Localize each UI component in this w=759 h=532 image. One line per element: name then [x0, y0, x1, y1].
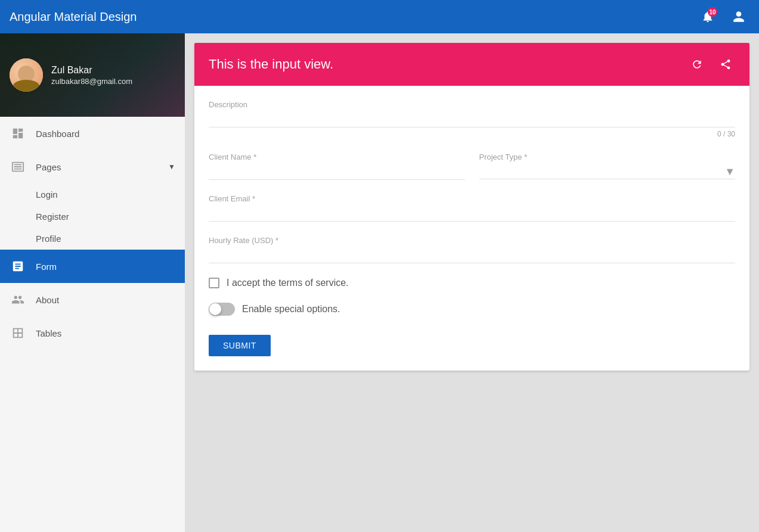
- app-title: Angular Material Design: [10, 10, 697, 24]
- dashboard-icon: [10, 125, 26, 142]
- project-type-wrapper: ▼: [479, 164, 736, 179]
- submit-button[interactable]: SUBMIT: [209, 335, 271, 356]
- client-name-label: Client Name *: [209, 153, 465, 161]
- terms-label: I accept the terms of service.: [227, 278, 349, 288]
- card-header-icons: [687, 55, 735, 74]
- sidebar-item-register[interactable]: Register: [0, 206, 185, 228]
- client-email-field: Client Email *: [209, 194, 735, 222]
- refresh-button[interactable]: [687, 55, 707, 74]
- description-label: Description: [209, 100, 735, 109]
- sidebar-item-login[interactable]: Login: [0, 183, 185, 206]
- form-card: This is the input view.: [194, 43, 749, 371]
- sidebar-item-profile[interactable]: Profile: [0, 228, 185, 250]
- sidebar: Zul Bakar zulbakar88@gmail.com Dashboard…: [0, 33, 185, 532]
- top-navbar: Angular Material Design 10: [0, 0, 759, 33]
- description-field: Description 0 / 30: [209, 100, 735, 138]
- project-type-label: Project Type *: [479, 153, 736, 161]
- profile-content: Zul Bakar zulbakar88@gmail.com: [0, 33, 185, 117]
- main-layout: Zul Bakar zulbakar88@gmail.com Dashboard…: [0, 33, 759, 532]
- card-title: This is the input view.: [209, 57, 333, 72]
- about-icon: [10, 291, 26, 308]
- toggle-thumb: [209, 303, 221, 315]
- sidebar-item-tables[interactable]: Tables: [0, 316, 185, 350]
- avatar: [10, 58, 43, 92]
- user-info: Zul Bakar zulbakar88@gmail.com: [51, 65, 132, 86]
- notification-button[interactable]: 10: [697, 6, 718, 27]
- sidebar-item-about[interactable]: About: [0, 283, 185, 316]
- sidebar-item-form[interactable]: Form: [0, 250, 185, 283]
- terms-checkbox-row: I accept the terms of service.: [209, 278, 735, 288]
- share-icon: [720, 58, 732, 70]
- content-area: This is the input view.: [185, 33, 759, 532]
- tables-label: Tables: [36, 328, 175, 338]
- share-button[interactable]: [716, 55, 735, 74]
- hourly-rate-input[interactable]: [209, 247, 735, 263]
- client-name-input[interactable]: [209, 164, 465, 180]
- project-type-field: Project Type * ▼: [479, 153, 736, 180]
- sidebar-item-pages[interactable]: Pages ▼: [0, 150, 185, 183]
- special-options-row: Enable special options.: [209, 303, 735, 316]
- description-input[interactable]: [209, 111, 735, 127]
- form-label: Form: [36, 262, 175, 272]
- client-project-row: Client Name * Project Type * ▼: [209, 153, 735, 180]
- account-button[interactable]: [728, 6, 749, 27]
- refresh-icon: [691, 58, 703, 70]
- client-email-label: Client Email *: [209, 194, 735, 203]
- special-options-toggle[interactable]: [209, 303, 235, 316]
- sidebar-item-dashboard[interactable]: Dashboard: [0, 117, 185, 150]
- nav-icon-group: 10: [697, 6, 749, 27]
- dashboard-label: Dashboard: [36, 129, 175, 139]
- pages-icon: [10, 158, 26, 175]
- special-options-label: Enable special options.: [242, 304, 340, 315]
- char-count: 0 / 30: [209, 130, 735, 138]
- avatar-image: [10, 58, 43, 92]
- card-header: This is the input view.: [194, 43, 749, 86]
- card-body: Description 0 / 30 Client Name * Project…: [194, 86, 749, 371]
- sidebar-profile: Zul Bakar zulbakar88@gmail.com: [0, 33, 185, 117]
- account-icon: [732, 10, 745, 23]
- project-type-select[interactable]: [479, 164, 736, 179]
- about-label: About: [36, 295, 175, 305]
- form-icon: [10, 258, 26, 275]
- client-name-field: Client Name *: [209, 153, 465, 180]
- chevron-down-icon: ▼: [168, 163, 175, 171]
- hourly-rate-label: Hourly Rate (USD) *: [209, 236, 735, 245]
- client-email-input[interactable]: [209, 206, 735, 222]
- username: Zul Bakar: [51, 65, 132, 76]
- hourly-rate-field: Hourly Rate (USD) *: [209, 236, 735, 263]
- tables-icon: [10, 325, 26, 341]
- notification-badge: 10: [708, 7, 717, 17]
- user-email: zulbakar88@gmail.com: [51, 77, 132, 86]
- pages-label: Pages: [36, 162, 168, 172]
- terms-checkbox[interactable]: [209, 278, 219, 288]
